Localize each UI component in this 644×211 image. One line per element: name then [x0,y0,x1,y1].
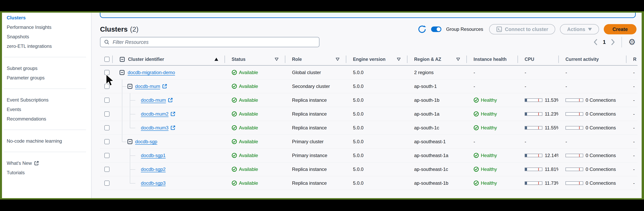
check-circle-icon [232,97,237,103]
instance-health-cell: Healthy [466,97,518,103]
check-circle-icon [232,139,237,144]
select-all-checkbox[interactable] [104,57,110,62]
empty-value: - [525,70,526,75]
cluster-link[interactable]: docdb-mum [135,84,167,89]
activity-value: 0 Connections [586,153,616,158]
role-label: Replica instance [292,125,327,131]
table-row: docdb-sgp1AvailablePrimary instance5.0.0… [100,149,638,162]
row-checkbox[interactable] [104,98,110,103]
sidebar-divider [4,130,86,130]
cluster-link[interactable]: docdb-sgp3 [141,180,166,186]
cpu-utilization-bar [525,167,542,171]
sidebar-item-zero-etl-integrations[interactable]: zero-ETL integrations [7,42,91,51]
row-checkbox[interactable] [104,153,110,158]
filter-icon[interactable] [397,58,401,61]
cluster-link[interactable]: docdb-mum3 [141,125,176,131]
header-cpu[interactable]: CPU [518,53,558,65]
header-current-activity[interactable]: Current activity [558,53,626,65]
header-instance-health[interactable]: Instance health [466,53,518,65]
collapse-all-icon[interactable] [120,57,125,62]
empty-value: - [633,111,635,117]
collapse-row-button[interactable] [127,139,132,144]
extra-cell: - [626,111,638,117]
tree-line [130,114,135,114]
engine-version-label: 5.0.0 [353,153,364,158]
cluster-link[interactable]: docdb-mum [141,97,173,103]
pagination: 1 ⚙ [593,37,636,47]
cluster-identifier-cell: docdb-sgp2 [112,162,224,176]
cluster-link[interactable]: docdb-mum2 [141,111,176,117]
header-status[interactable]: Status [224,53,285,65]
create-button[interactable]: Create [604,24,636,34]
collapse-row-button[interactable] [127,84,132,89]
sidebar-item-recommendations[interactable]: Recommendations [7,114,91,124]
actions-button[interactable]: Actions [560,24,599,34]
cluster-count: (2) [130,25,138,33]
filter-icon[interactable] [275,58,278,61]
row-checkbox[interactable] [104,111,110,117]
header-region-az[interactable]: Region & AZ [407,53,466,65]
cluster-link-label: docdb-mum [141,97,166,103]
next-page-button[interactable] [611,39,615,46]
empty-value: - [633,139,635,144]
filter-resources-input[interactable] [112,39,316,45]
collapse-row-button[interactable] [119,70,125,75]
sidebar-item-subnet-groups[interactable]: Subnet groups [7,64,91,73]
sidebar-item-performance-insights[interactable]: Performance Insights [7,23,91,32]
filter-row: 1 ⚙ [100,37,636,47]
cpu-cell: - [518,84,558,89]
refresh-button[interactable] [418,25,426,34]
connect-to-cluster-label: Connect to cluster [505,27,548,32]
row-checkbox[interactable] [104,167,110,172]
page-title: Clusters (2) [100,25,138,33]
cluster-link[interactable]: docdb-sgp2 [141,166,166,172]
region-az-cell: ap-southeast-1 [407,139,466,144]
sort-ascending-icon[interactable] [214,58,218,61]
cluster-link[interactable]: docdb-sgp1 [141,153,166,158]
chevron-left-icon [593,39,598,46]
sidebar-item-what-s-new[interactable]: What's New [7,158,91,168]
header-engine-version[interactable]: Engine version [346,53,407,65]
sidebar-item-label: Subnet groups [7,66,38,71]
cpu-utilization-bar [525,112,542,116]
page-title-text: Clusters [100,25,128,33]
table-settings-button[interactable]: ⚙ [628,38,636,46]
table-row: docdb-migration-demoAvailableGlobal clus… [100,66,638,79]
status-cell: Available [224,139,285,144]
header-role[interactable]: Role [285,53,346,65]
filter-icon[interactable] [336,58,340,61]
group-resources-toggle[interactable] [431,27,441,32]
sidebar-item-tutorials[interactable]: Tutorials [7,168,91,177]
region-az-label: ap-south-1 [414,84,437,89]
connect-to-cluster-button[interactable]: Connect to cluster [489,24,555,34]
sidebar-item-no-code-machine-learning[interactable]: No-code machine learning [7,136,91,146]
engine-version-label: 5.0.0 [353,70,364,75]
sidebar-item-event-subscriptions[interactable]: Event Subscriptions [7,95,91,105]
row-checkbox[interactable] [104,125,110,130]
previous-page-button[interactable] [593,39,598,46]
cpu-utilization-bar [525,181,542,185]
table-row: docdb-mum3AvailableReplica instance5.0.0… [100,121,638,135]
cluster-identifier-cell: docdb-sgp3 [112,176,224,190]
header-cluster-identifier[interactable]: Cluster identifier [112,53,224,65]
cluster-link[interactable]: docdb-sgp [135,139,157,144]
tree-line [122,86,127,87]
toolbar-controls: Group Resources Connect to cluster Actio… [418,24,636,34]
filter-icon[interactable] [456,58,460,61]
cpu-cell: - [518,139,558,144]
row-checkbox[interactable] [104,139,110,144]
sidebar-item-snapshots[interactable]: Snapshots [7,32,91,42]
cluster-link[interactable]: docdb-migration-demo [128,70,175,75]
sidebar-item-clusters[interactable]: Clusters [7,13,91,23]
empty-value: - [566,139,567,144]
row-checkbox[interactable] [104,180,110,186]
column-label: R [633,57,636,62]
sidebar-item-events[interactable]: Events [7,105,91,114]
current-page: 1 [603,39,606,45]
status-cell: Available [224,111,285,117]
engine-version-cell: 5.0.0 [346,70,407,75]
sidebar-divider [4,89,86,89]
sidebar-item-label: Tutorials [7,170,25,175]
sidebar-item-parameter-groups[interactable]: Parameter groups [7,73,91,83]
header-clipped-column[interactable]: R [626,53,638,65]
